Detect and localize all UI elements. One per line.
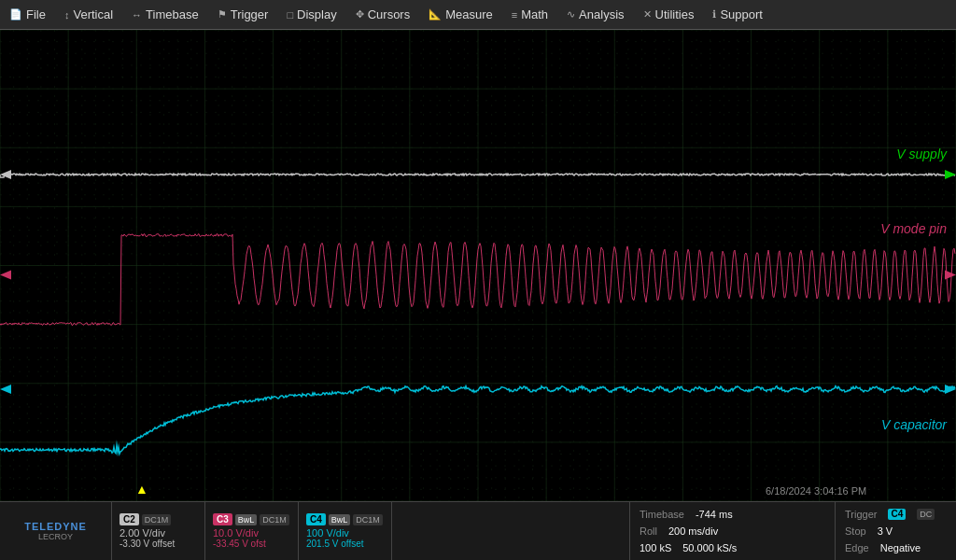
vsupply-label: V supply bbox=[896, 147, 947, 161]
trigger-stop-label: Stop bbox=[845, 525, 866, 537]
ch3-badge: C3 bbox=[213, 513, 232, 525]
trigger-voltage: 3 V bbox=[878, 525, 893, 537]
menu-file[interactable]: 📄 File bbox=[0, 4, 55, 25]
vmodepin-label: V mode pin bbox=[880, 221, 947, 236]
ch3-block: C3 BwL DC1M 10.0 V/div -33.45 V ofst bbox=[205, 502, 299, 560]
ch3-offset: -33.45 V ofst bbox=[213, 539, 290, 549]
ch4-coupling: DC1M bbox=[353, 514, 383, 525]
vcapacitor-label: V capacitor bbox=[881, 417, 947, 432]
ch3-vdiv: 10.0 V/div bbox=[213, 527, 290, 539]
ch4-vdiv: 100 V/div bbox=[306, 527, 384, 539]
measure-icon: 📐 bbox=[429, 8, 442, 21]
cursors-icon: ✥ bbox=[356, 8, 364, 21]
trigger-edge-label: Edge bbox=[845, 542, 869, 553]
ch2-block: C2 DC1M 2.00 V/div -3.30 V offset bbox=[112, 502, 205, 560]
menu-analysis[interactable]: ∿ Analysis bbox=[557, 4, 633, 25]
ch4-offset: 201.5 V offset bbox=[306, 539, 384, 549]
status-bar: TELEDYNE LECROY C2 DC1M 2.00 V/div -3.30… bbox=[0, 501, 956, 560]
trigger-dc: DC bbox=[917, 509, 935, 520]
trigger-block: Trigger C4 DC Stop 3 V Edge Negative bbox=[835, 502, 956, 560]
samples-label: 100 kS bbox=[640, 542, 671, 553]
waveform-canvas bbox=[0, 30, 956, 501]
ch4-badge: C4 bbox=[306, 513, 326, 525]
menu-trigger[interactable]: ⚑ Trigger bbox=[208, 4, 278, 25]
trigger-icon: ⚑ bbox=[218, 8, 227, 21]
menu-utilities[interactable]: ✕ Utilities bbox=[634, 4, 704, 25]
ch2-offset: -3.30 V offset bbox=[120, 539, 197, 549]
utilities-icon: ✕ bbox=[643, 8, 652, 21]
menu-timebase[interactable]: ↔ Timebase bbox=[122, 4, 208, 25]
timebase-value: -744 ms bbox=[696, 509, 733, 520]
ch3-coupling: DC1M bbox=[260, 514, 289, 525]
brand-sub: LECROY bbox=[38, 532, 73, 541]
ch4-bwl: BwL bbox=[329, 514, 351, 525]
timebase-label: Timebase bbox=[640, 509, 684, 520]
timebase-block: Timebase -744 ms Roll 200 ms/div 100 kS … bbox=[629, 502, 835, 560]
menu-vertical[interactable]: ↕ Vertical bbox=[55, 4, 122, 25]
menu-measure[interactable]: 📐 Measure bbox=[419, 4, 502, 25]
display-icon: □ bbox=[287, 9, 293, 21]
menu-math[interactable]: ≡ Math bbox=[502, 4, 557, 25]
ch4-block: C4 BwL DC1M 100 V/div 201.5 V offset bbox=[299, 502, 392, 560]
ch2-badge: C2 bbox=[120, 513, 139, 525]
timebase-icon: ↔ bbox=[132, 9, 142, 21]
menu-display[interactable]: □ Display bbox=[277, 4, 345, 25]
vertical-icon: ↕ bbox=[64, 9, 70, 21]
analysis-icon: ∿ bbox=[567, 8, 575, 21]
roll-label: Roll bbox=[640, 525, 657, 537]
file-icon: 📄 bbox=[9, 8, 22, 21]
trigger-arrow: ▲ bbox=[135, 482, 148, 497]
trigger-channel: C4 bbox=[888, 509, 906, 520]
trigger-label: Trigger bbox=[845, 509, 877, 520]
menu-support[interactable]: ℹ Support bbox=[703, 4, 772, 25]
samples-value: 50.000 kS/s bbox=[682, 542, 737, 553]
brand-logo: TELEDYNE LECROY bbox=[0, 502, 112, 560]
math-icon: ≡ bbox=[512, 9, 517, 21]
brand-name: TELEDYNE bbox=[24, 521, 87, 532]
channel-info-bar: C2 DC1M 2.00 V/div -3.30 V offset C3 BwL… bbox=[112, 502, 956, 560]
trigger-polarity: Negative bbox=[880, 542, 921, 553]
oscilloscope-display: V supply V mode pin V capacitor ▲ bbox=[0, 30, 956, 501]
menu-cursors[interactable]: ✥ Cursors bbox=[346, 4, 420, 25]
ch3-bwl: BwL bbox=[235, 514, 258, 525]
ch2-coupling: DC1M bbox=[142, 514, 172, 525]
ch2-vdiv: 2.00 V/div bbox=[120, 527, 197, 539]
menu-bar: 📄 File ↕ Vertical ↔ Timebase ⚑ Trigger □… bbox=[0, 0, 956, 30]
support-icon: ℹ bbox=[712, 8, 716, 21]
roll-value: 200 ms/div bbox=[668, 525, 718, 537]
